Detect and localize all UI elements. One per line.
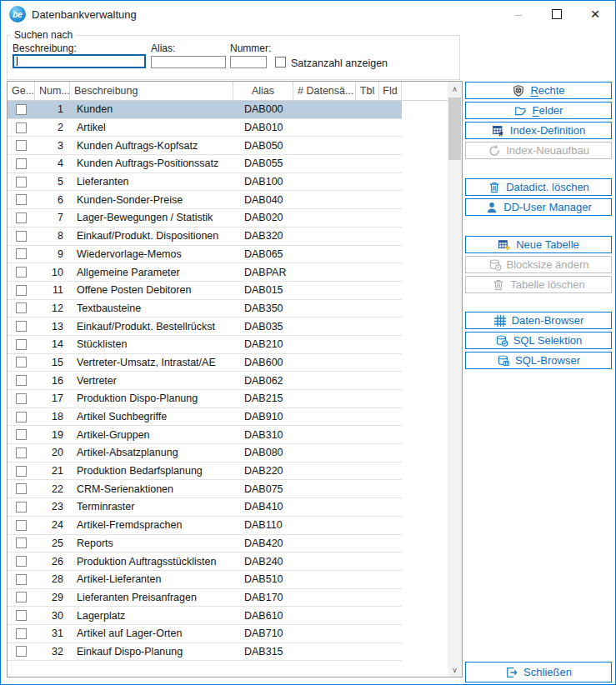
satzanzahl-checkbox[interactable] [275,57,286,68]
row-description: Kunden-Sonder-Preise [70,194,233,206]
alias-input[interactable] [151,56,226,68]
table-row[interactable]: 9Wiedervorlage-MemosDAB065 [8,246,402,264]
table-row[interactable]: 21Produktion BedarfsplanungDAB220 [8,462,402,481]
row-checkbox[interactable] [16,248,27,259]
table-row[interactable]: 11Offene Posten DebitorenDAB015 [8,282,402,300]
table-row[interactable]: 23TerminrasterDAB410 [8,498,402,517]
row-checkbox[interactable] [16,646,27,657]
table-row[interactable]: 12TextbausteineDAB350 [8,300,402,318]
table-row[interactable]: 5LieferantenDAB100 [8,173,402,192]
table-row[interactable]: 31Artikel auf Lager-OrtenDAB710 [8,625,402,643]
table-row[interactable]: 2ArtikelDAB010 [8,119,402,138]
table-row[interactable]: 18Artikel SuchbegriffeDAB910 [8,408,402,427]
row-checkbox[interactable] [16,502,27,512]
row-checkbox-cell [8,646,35,657]
alias-label: Alias: [151,42,175,54]
table-row[interactable]: 24Artikel-FremdsprachenDAB110 [8,517,402,535]
beschreibung-input[interactable] [13,54,146,68]
row-alias: DAB020 [233,212,293,223]
row-checkbox[interactable] [16,177,27,188]
row-checkbox[interactable] [16,429,27,440]
row-checkbox[interactable] [16,194,27,205]
row-checkbox[interactable] [16,321,27,332]
table-row[interactable]: 20Artikel-AbsatzplanungDAB080 [8,444,402,462]
row-checkbox[interactable] [16,574,27,585]
row-checkbox[interactable] [16,212,27,223]
row-checkbox[interactable] [16,412,27,422]
table-row[interactable]: 28Artikel-LieferantenDAB510 [8,571,402,589]
column-header-5[interactable]: Tbl [356,82,379,100]
row-checkbox[interactable] [16,592,27,602]
row-description: Artikel-Gruppen [70,429,233,441]
table-row[interactable]: 32Einkauf Dispo-PlanungDAB315 [8,643,402,662]
neue-tabelle-button[interactable]: Neue Tabelle [465,236,612,253]
datadict-loeschen-button[interactable]: Datadict. löschen [465,178,612,196]
row-alias: DAB055 [233,158,293,169]
column-header-6[interactable]: Fld [379,82,402,100]
table-row[interactable]: 26Produktion AuftragsstücklistenDAB240 [8,552,402,571]
table-row[interactable]: 19Artikel-GruppenDAB310 [8,426,402,444]
table-row[interactable]: 8Einkauf/Produkt. DispositionenDAB320 [8,228,402,246]
scrollbar-down-button[interactable]: ∨ [448,662,462,677]
table-row[interactable]: 7Lager-Bewegungen / StatistikDAB020 [8,209,402,228]
column-header-1[interactable]: Num... [35,82,70,100]
row-checkbox[interactable] [16,466,27,477]
row-checkbox[interactable] [16,556,27,567]
table-row[interactable]: 16VertreterDAB062 [8,372,402,390]
row-description: Kunden [70,103,233,115]
table-row[interactable]: 6Kunden-Sonder-PreiseDAB040 [8,191,402,209]
scrollbar-thumb[interactable] [448,98,461,160]
row-checkbox[interactable] [16,231,27,242]
table-row[interactable]: 22CRM-SerienaktionenDAB075 [8,480,402,498]
schliessen-button[interactable]: Schließen [465,662,612,682]
row-checkbox[interactable] [16,375,27,386]
table-row[interactable]: 3Kunden Auftrags-KopfsatzDAB050 [8,137,402,155]
table-row[interactable]: 1KundenDAB000 [8,101,402,119]
sql-browser-button[interactable]: SQL-Browser [465,352,612,369]
table-row[interactable]: 17Produktion Dispo-PlanungDAB215 [8,390,402,408]
close-button[interactable]: × [576,2,614,27]
table-row[interactable]: 13Einkauf/Produkt. BestellrückstDAB035 [8,318,402,336]
row-checkbox[interactable] [16,339,27,350]
row-checkbox[interactable] [16,302,27,313]
sql-selektion-button[interactable]: SQL Selektion [465,332,612,349]
nummer-input[interactable] [230,56,267,68]
felder-button[interactable]: Felder [465,102,612,119]
row-checkbox[interactable] [16,538,27,548]
table-row[interactable]: 4Kunden Auftrags-PositionssatzDAB055 [8,155,402,173]
column-header-2[interactable]: Beschreibung [70,82,233,100]
table-row[interactable]: 29Lieferanten PreisanfragenDAB170 [8,589,402,608]
row-checkbox[interactable] [16,104,27,115]
row-checkbox[interactable] [16,357,27,368]
column-header-0[interactable]: Ge... [8,82,35,100]
rechte-button[interactable]: Rechte [465,82,612,99]
table-row[interactable]: 25ReportsDAB420 [8,535,402,553]
row-checkbox[interactable] [16,393,27,404]
scrollbar[interactable]: ∧ ∨ [448,82,462,677]
row-checkbox[interactable] [16,158,27,169]
row-checkbox[interactable] [16,122,27,133]
row-checkbox[interactable] [16,520,27,531]
scrollbar-up-button[interactable]: ∧ [448,82,462,96]
row-checkbox[interactable] [16,285,27,296]
maximize-button[interactable] [538,2,576,27]
row-checkbox[interactable] [16,610,27,621]
chevron-down-icon: ∨ [452,666,458,674]
daten-browser-button[interactable]: Daten-Browser [465,312,612,329]
column-header-3[interactable]: Alias [233,82,293,100]
row-checkbox-cell [8,140,35,151]
minimize-button[interactable]: – [499,2,538,27]
row-checkbox[interactable] [16,140,27,151]
row-checkbox[interactable] [16,267,27,278]
table-row[interactable]: 14StücklistenDAB210 [8,336,402,354]
row-checkbox[interactable] [16,448,27,458]
row-checkbox[interactable] [16,483,27,494]
index-definition-button[interactable]: #Index-Definition [465,122,612,139]
table-row[interactable]: 30LagerplatzDAB610 [8,607,402,625]
exit-icon [505,666,518,679]
table-row[interactable]: 15Vertreter-Umsatz, Intrastat/AEDAB600 [8,354,402,372]
column-header-4[interactable]: # Datensä... [293,82,356,100]
table-row[interactable]: 10Allgemeine ParameterDABPAR [8,263,402,282]
row-checkbox[interactable] [16,628,27,639]
dd-user-manager-button[interactable]: DD-User Manager [465,198,612,216]
